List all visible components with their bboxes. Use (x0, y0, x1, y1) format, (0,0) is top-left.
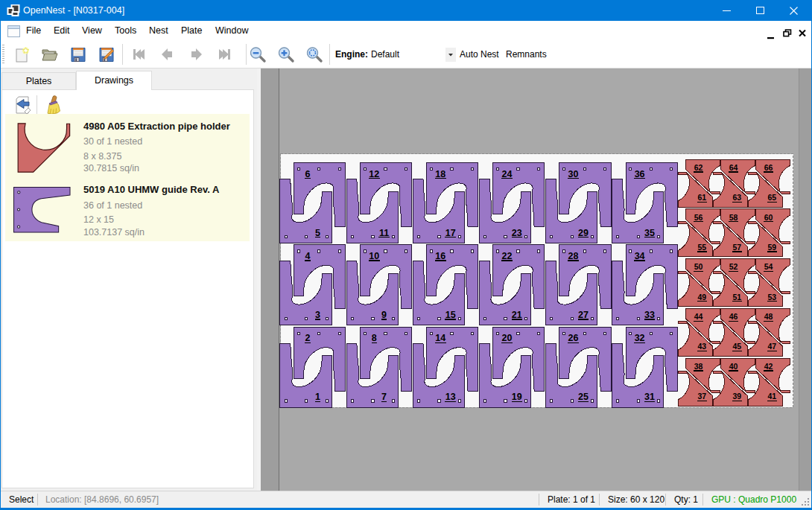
svg-text:4: 4 (305, 251, 311, 261)
svg-text:52: 52 (729, 262, 738, 271)
svg-text:27: 27 (578, 310, 589, 320)
svg-text:46: 46 (729, 312, 738, 321)
svg-text:3: 3 (315, 310, 320, 320)
svg-text:28: 28 (568, 251, 579, 261)
svg-text:6: 6 (305, 169, 311, 179)
svg-text:55: 55 (697, 243, 706, 252)
svg-text:17: 17 (445, 228, 456, 238)
svg-text:26: 26 (568, 333, 579, 343)
svg-text:45: 45 (732, 342, 741, 351)
svg-text:58: 58 (729, 213, 738, 222)
svg-text:57: 57 (732, 243, 741, 252)
svg-text:22: 22 (501, 251, 512, 261)
svg-text:18: 18 (435, 169, 445, 179)
svg-text:1: 1 (315, 392, 320, 402)
svg-text:65: 65 (767, 193, 776, 202)
svg-text:40: 40 (729, 362, 738, 371)
svg-text:16: 16 (435, 251, 445, 261)
svg-text:38: 38 (694, 362, 703, 371)
svg-text:23: 23 (512, 228, 522, 238)
svg-text:64: 64 (729, 163, 738, 172)
svg-text:50: 50 (694, 262, 703, 271)
svg-text:37: 37 (697, 392, 706, 401)
svg-text:36: 36 (635, 169, 645, 179)
svg-text:5: 5 (315, 228, 320, 238)
svg-text:33: 33 (644, 310, 655, 320)
svg-text:54: 54 (764, 262, 773, 271)
svg-text:10: 10 (369, 251, 379, 261)
svg-text:41: 41 (767, 392, 776, 401)
svg-text:29: 29 (578, 228, 589, 238)
svg-text:8: 8 (372, 333, 377, 343)
svg-text:13: 13 (445, 392, 456, 402)
svg-text:60: 60 (764, 213, 773, 222)
svg-text:42: 42 (764, 362, 773, 371)
svg-text:11: 11 (379, 228, 389, 238)
svg-text:20: 20 (501, 333, 512, 343)
svg-text:9: 9 (381, 310, 387, 320)
svg-text:35: 35 (644, 228, 655, 238)
svg-text:61: 61 (697, 193, 706, 202)
svg-text:62: 62 (694, 163, 703, 172)
svg-text:32: 32 (635, 333, 645, 343)
svg-text:49: 49 (697, 293, 706, 302)
svg-text:56: 56 (694, 213, 703, 222)
svg-text:39: 39 (732, 392, 741, 401)
svg-text:59: 59 (767, 243, 776, 252)
svg-text:12: 12 (369, 169, 379, 179)
svg-text:66: 66 (764, 163, 773, 172)
svg-text:34: 34 (635, 251, 645, 261)
svg-text:44: 44 (694, 312, 703, 321)
svg-text:2: 2 (305, 333, 311, 343)
svg-text:19: 19 (512, 392, 522, 402)
svg-text:51: 51 (732, 293, 741, 302)
svg-text:7: 7 (381, 392, 387, 402)
svg-text:15: 15 (445, 310, 456, 320)
svg-text:24: 24 (501, 169, 512, 179)
svg-text:48: 48 (764, 312, 773, 321)
svg-text:30: 30 (568, 169, 579, 179)
svg-text:21: 21 (512, 310, 522, 320)
svg-text:63: 63 (732, 193, 741, 202)
svg-text:14: 14 (435, 333, 445, 343)
svg-text:31: 31 (644, 392, 655, 402)
svg-text:53: 53 (767, 293, 776, 302)
svg-text:25: 25 (578, 392, 589, 402)
svg-text:47: 47 (767, 342, 776, 351)
svg-text:43: 43 (697, 342, 706, 351)
